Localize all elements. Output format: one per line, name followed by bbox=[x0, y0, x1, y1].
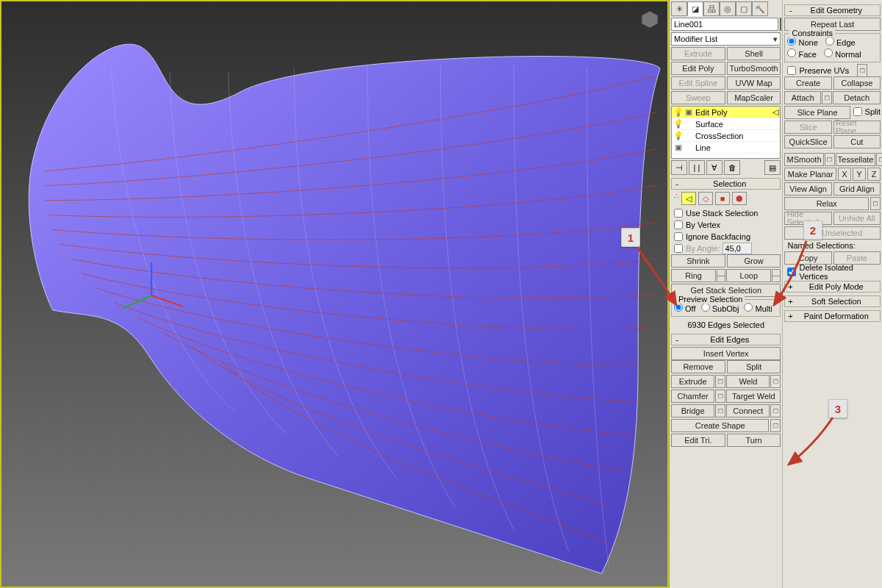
btn-turn[interactable]: Turn bbox=[727, 434, 781, 447]
chk-by-vertex[interactable]: By Vertex bbox=[671, 219, 781, 231]
tab-utilities[interactable]: 🔨 bbox=[752, 1, 768, 16]
btn-split-edge[interactable]: Split bbox=[727, 360, 781, 373]
btn-detach[interactable]: Detach bbox=[833, 91, 881, 104]
dlg-connect[interactable] bbox=[770, 404, 781, 417]
btn-edit-spline[interactable]: Edit Spline bbox=[671, 76, 725, 90]
btn-insert-vertex[interactable]: Insert Vertex bbox=[671, 347, 781, 360]
subobj-edge[interactable]: ◁ bbox=[681, 192, 696, 205]
ring-spinner[interactable] bbox=[717, 269, 725, 282]
viewport[interactable] bbox=[0, 0, 669, 588]
object-name-field[interactable] bbox=[671, 18, 778, 31]
dlg-edge-extrude[interactable] bbox=[715, 375, 725, 388]
radio-multi[interactable]: Multi bbox=[744, 303, 772, 313]
btn-loop[interactable]: Loop bbox=[726, 269, 771, 282]
radio-edge[interactable]: Edge bbox=[825, 37, 856, 47]
btn-quickslice[interactable]: QuickSlice bbox=[784, 135, 831, 148]
rollout-edit-poly-mode[interactable]: +Edit Poly Mode bbox=[784, 281, 881, 293]
tab-create[interactable]: ✳ bbox=[671, 1, 687, 16]
btn-edge-extrude[interactable]: Extrude bbox=[671, 375, 714, 388]
tab-display[interactable]: ▢ bbox=[736, 1, 752, 16]
btn-mapscaler[interactable]: MapScaler bbox=[727, 91, 781, 104]
btn-turbosmooth[interactable]: TurboSmooth bbox=[727, 62, 781, 75]
btn-sweep[interactable]: Sweep bbox=[671, 91, 725, 104]
btn-edit-poly[interactable]: Edit Poly bbox=[671, 62, 725, 75]
dlg-tessellate[interactable] bbox=[876, 153, 882, 166]
rollout-selection[interactable]: -Selection bbox=[671, 178, 781, 190]
btn-make-planar[interactable]: Make Planar bbox=[784, 168, 836, 181]
btn-create[interactable]: Create bbox=[784, 76, 831, 90]
tab-hierarchy[interactable]: 品 bbox=[703, 1, 720, 16]
lightbulb-icon[interactable]: 💡 bbox=[673, 107, 684, 117]
chk-by-angle[interactable]: By Angle: bbox=[671, 243, 781, 254]
radio-off[interactable]: Off bbox=[674, 303, 696, 313]
radio-face[interactable]: Face bbox=[787, 49, 817, 59]
tab-modify[interactable]: ◪ bbox=[687, 1, 703, 16]
btn-planar-x[interactable]: X bbox=[838, 168, 851, 181]
btn-create-shape[interactable]: Create Shape bbox=[671, 419, 769, 432]
tab-motion[interactable]: ◎ bbox=[720, 1, 736, 16]
btn-msmooth[interactable]: MSmooth bbox=[784, 153, 823, 166]
dlg-preserve-uvs[interactable] bbox=[857, 64, 867, 77]
viewcube-icon[interactable] bbox=[639, 9, 660, 29]
chk-ignore-backfacing[interactable]: Ignore Backfacing bbox=[671, 231, 781, 243]
by-angle-value[interactable] bbox=[723, 243, 752, 254]
btn-ring[interactable]: Ring bbox=[671, 269, 716, 282]
dlg-chamfer[interactable] bbox=[715, 390, 725, 403]
stack-item-crosssection[interactable]: 💡 CrossSection bbox=[672, 130, 780, 142]
btn-collapse[interactable]: Collapse bbox=[833, 76, 881, 90]
chk-preserve-uvs[interactable]: Preserve UVs bbox=[784, 65, 881, 76]
btn-planar-z[interactable]: Z bbox=[867, 168, 881, 181]
subobj-element[interactable]: ⬢ bbox=[732, 192, 747, 205]
btn-grid-align[interactable]: Grid Align bbox=[833, 182, 881, 196]
stack-item-edit-poly[interactable]: 💡 ▣ Edit Poly ◁ bbox=[672, 107, 780, 118]
dlg-weld[interactable] bbox=[770, 375, 781, 388]
rollout-edit-geometry[interactable]: -Edit Geometry bbox=[784, 4, 881, 16]
btn-shell[interactable]: Shell bbox=[727, 47, 781, 60]
btn-hide-unselected[interactable]: Hide Unselected bbox=[784, 226, 881, 240]
dlg-bridge[interactable] bbox=[715, 404, 725, 417]
show-end-result-icon[interactable]: | | bbox=[689, 160, 705, 175]
modifier-stack[interactable]: 💡 ▣ Edit Poly ◁ 💡 Surface 💡 CrossSection… bbox=[671, 106, 781, 159]
btn-shrink[interactable]: Shrink bbox=[671, 254, 725, 268]
dlg-create-shape[interactable] bbox=[770, 419, 781, 432]
btn-chamfer[interactable]: Chamfer bbox=[671, 390, 714, 403]
btn-planar-y[interactable]: Y bbox=[853, 168, 866, 181]
btn-slice[interactable]: Slice bbox=[784, 121, 831, 134]
btn-tessellate[interactable]: Tessellate bbox=[836, 153, 876, 166]
btn-cut[interactable]: Cut bbox=[833, 135, 881, 148]
btn-slice-plane[interactable]: Slice Plane bbox=[784, 106, 850, 119]
btn-edit-tri[interactable]: Edit Tri. bbox=[671, 434, 725, 447]
subobj-polygon[interactable]: ■ bbox=[715, 192, 730, 205]
btn-remove[interactable]: Remove bbox=[671, 360, 725, 373]
rollout-soft-selection[interactable]: +Soft Selection bbox=[784, 295, 881, 307]
btn-attach[interactable]: Attach bbox=[784, 91, 821, 104]
btn-weld[interactable]: Weld bbox=[726, 375, 770, 388]
btn-extrude[interactable]: Extrude bbox=[671, 47, 725, 60]
pin-stack-icon[interactable]: ⊣ bbox=[671, 160, 687, 175]
rollout-edit-edges[interactable]: -Edit Edges bbox=[671, 334, 781, 345]
radio-normal[interactable]: Normal bbox=[824, 49, 861, 59]
modifier-list-dropdown[interactable]: Modifier List bbox=[671, 32, 781, 46]
command-panel-tabs[interactable]: ✳ ◪ 品 ◎ ▢ 🔨 bbox=[671, 1, 781, 16]
remove-modifier-icon[interactable]: 🗑 bbox=[724, 160, 740, 175]
chk-split[interactable]: Split bbox=[852, 106, 881, 118]
dlg-attach[interactable] bbox=[822, 91, 832, 104]
btn-grow[interactable]: Grow bbox=[727, 254, 781, 268]
btn-bridge[interactable]: Bridge bbox=[671, 404, 714, 417]
radio-subobj[interactable]: SubObj bbox=[701, 303, 739, 313]
dlg-msmooth[interactable] bbox=[825, 153, 835, 166]
btn-target-weld[interactable]: Target Weld bbox=[726, 390, 781, 403]
btn-uvw-map[interactable]: UVW Map bbox=[727, 76, 781, 90]
rollout-paint-deformation[interactable]: +Paint Deformation bbox=[784, 310, 881, 322]
make-unique-icon[interactable]: ∀ bbox=[706, 160, 723, 175]
configure-sets-icon[interactable]: ▤ bbox=[764, 160, 781, 175]
object-color-swatch[interactable] bbox=[780, 18, 781, 31]
btn-reset-plane[interactable]: Reset Plane bbox=[833, 121, 881, 134]
btn-unhide-all[interactable]: Unhide All bbox=[833, 212, 881, 225]
chk-use-stack-selection[interactable]: Use Stack Selection bbox=[671, 207, 781, 219]
dlg-relax[interactable] bbox=[870, 197, 881, 210]
btn-connect[interactable]: Connect bbox=[726, 404, 770, 417]
chk-delete-iso[interactable]: Delete Isolated Vertices bbox=[784, 266, 881, 278]
loop-spinner[interactable] bbox=[772, 269, 781, 282]
btn-view-align[interactable]: View Align bbox=[784, 182, 831, 196]
